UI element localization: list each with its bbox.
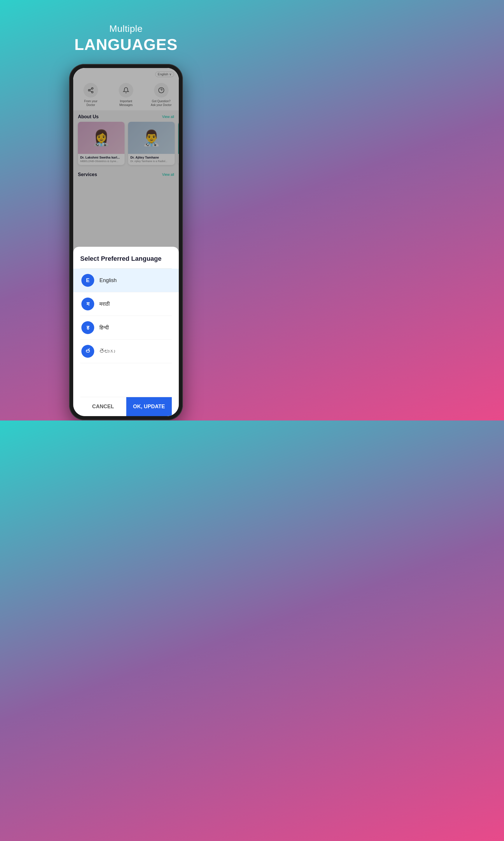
- english-label: English: [100, 277, 117, 284]
- language-option-marathi[interactable]: म मराठी: [80, 292, 172, 316]
- marathi-avatar: म: [82, 297, 94, 310]
- telugu-label: తెలుగు: [100, 348, 115, 355]
- language-option-english[interactable]: E English: [73, 269, 179, 292]
- modal-actions: CANCEL OK, UPDATE: [80, 397, 172, 416]
- cancel-button[interactable]: CANCEL: [80, 397, 126, 416]
- phone-mockup: English ∨ From your Doctor: [69, 64, 183, 420]
- update-button[interactable]: OK, UPDATE: [126, 397, 172, 416]
- modal-overlay: Select Preferred Language E English: [73, 68, 179, 416]
- header-title: LANGUAGES: [74, 35, 178, 53]
- language-option-telugu[interactable]: త తెలుగు: [80, 340, 172, 363]
- modal-title: Select Preferred Language: [80, 255, 172, 262]
- hindi-avatar: ह: [82, 321, 94, 334]
- english-avatar: E: [82, 274, 94, 287]
- language-modal: Select Preferred Language E English: [73, 247, 179, 416]
- phone-frame: English ∨ From your Doctor: [69, 64, 183, 420]
- hindi-label: हिन्दी: [100, 325, 109, 331]
- phone-screen: English ∨ From your Doctor: [73, 68, 179, 416]
- app-content: English ∨ From your Doctor: [73, 68, 179, 416]
- header-subtitle: Multiple: [74, 23, 178, 34]
- language-option-hindi[interactable]: ह हिन्दी: [80, 316, 172, 340]
- telugu-avatar: త: [82, 345, 94, 358]
- header-section: Multiple LANGUAGES: [74, 12, 178, 53]
- marathi-label: मराठी: [100, 301, 110, 307]
